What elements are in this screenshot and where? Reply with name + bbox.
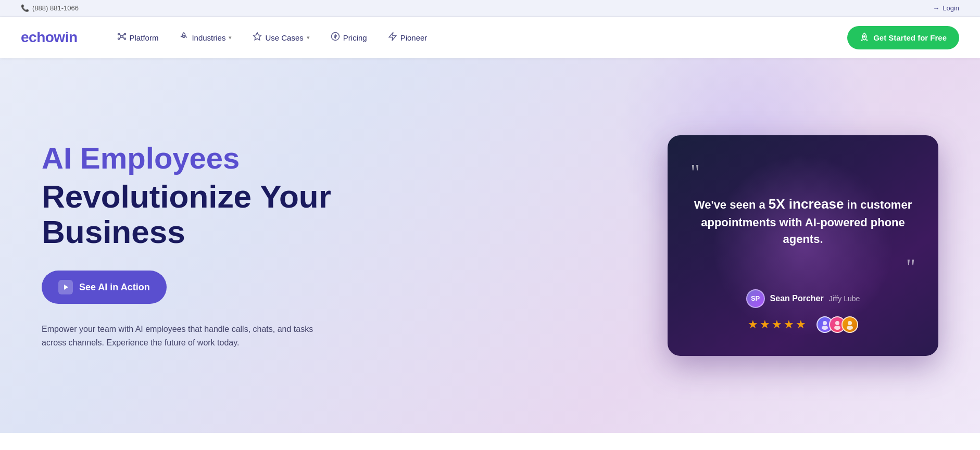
see-ai-in-action-button[interactable]: See AI in Action — [42, 271, 167, 304]
quote-open-mark: " — [690, 161, 915, 184]
svg-point-2 — [124, 33, 125, 35]
svg-point-13 — [823, 321, 827, 325]
star-3: ★ — [772, 318, 782, 331]
svg-line-5 — [119, 34, 121, 36]
nav-platform[interactable]: Platform — [109, 28, 167, 47]
svg-point-14 — [822, 326, 828, 330]
logo-text: echowin — [21, 29, 78, 45]
testimonial-section: " We've seen a 5X increase in customer a… — [668, 135, 938, 355]
nav-industries[interactable]: Industries ▾ — [171, 28, 240, 47]
testimonial-highlight: 5X increase — [769, 196, 844, 212]
star-2: ★ — [760, 318, 770, 331]
hero-title-line1: AI Employees — [42, 142, 375, 175]
nav-links: Platform Industries ▾ Use Cases ▾ — [109, 28, 848, 47]
hero-title-line2: Revolutionize Your Business — [42, 179, 375, 250]
industries-icon — [179, 32, 189, 43]
author-company: Jiffy Lube — [829, 294, 860, 303]
main-nav: echowin Platform Industrie — [0, 17, 980, 58]
svg-point-16 — [834, 326, 840, 330]
author-avatar: SP — [746, 289, 765, 308]
logo[interactable]: echowin — [21, 29, 78, 46]
svg-point-1 — [118, 33, 119, 35]
star-rating: ★ ★ ★ ★ ★ — [748, 318, 806, 331]
svg-point-15 — [835, 321, 839, 325]
testimonial-card: " We've seen a 5X increase in customer a… — [668, 135, 938, 355]
svg-point-17 — [848, 321, 852, 325]
platform-icon — [117, 32, 127, 43]
play-icon — [58, 280, 73, 294]
nav-pioneer[interactable]: Pioneer — [380, 28, 436, 47]
industries-chevron-icon: ▾ — [229, 34, 232, 41]
use-cases-chevron-icon: ▾ — [307, 34, 310, 41]
svg-line-7 — [119, 37, 121, 39]
phone-icon: 📞 — [21, 4, 29, 12]
get-started-button[interactable]: Get Started for Free — [847, 26, 959, 49]
nav-cta-rocket-icon — [860, 32, 869, 43]
svg-line-8 — [122, 37, 124, 39]
use-cases-icon — [253, 32, 262, 43]
testimonial-author: SP Sean Porcher Jiffy Lube — [690, 289, 915, 308]
phone-number[interactable]: 📞 (888) 881-1066 — [21, 4, 79, 12]
testimonial-footer: ★ ★ ★ ★ ★ — [690, 316, 915, 333]
star-5: ★ — [796, 318, 806, 331]
hero-subtitle: Empower your team with AI employees that… — [42, 323, 333, 349]
star-4: ★ — [784, 318, 794, 331]
svg-point-3 — [118, 38, 119, 40]
star-1: ★ — [748, 318, 758, 331]
svg-line-6 — [122, 34, 124, 36]
hero-section: AI Employees Revolutionize Your Business… — [0, 58, 980, 433]
reviewer-avatars — [816, 316, 858, 333]
pricing-icon — [331, 32, 340, 43]
nav-pricing[interactable]: Pricing — [322, 28, 375, 47]
svg-point-18 — [847, 326, 853, 330]
nav-use-cases[interactable]: Use Cases ▾ — [244, 28, 318, 47]
login-arrow-icon: → — [933, 4, 939, 12]
testimonial-text: We've seen a 5X increase in customer app… — [690, 195, 915, 247]
author-name: Sean Porcher — [770, 294, 824, 303]
svg-point-4 — [124, 38, 125, 40]
testimonial-text-before: We've seen a — [694, 198, 769, 211]
hero-content: AI Employees Revolutionize Your Business… — [42, 142, 396, 349]
svg-point-11 — [864, 35, 865, 37]
top-bar: 📞 (888) 881-1066 → Login — [0, 0, 980, 17]
reviewer-avatar-3 — [841, 316, 858, 333]
pioneer-icon — [388, 32, 397, 43]
svg-marker-12 — [64, 285, 68, 290]
quote-close-mark: " — [690, 256, 915, 279]
login-link[interactable]: → Login — [933, 4, 959, 12]
